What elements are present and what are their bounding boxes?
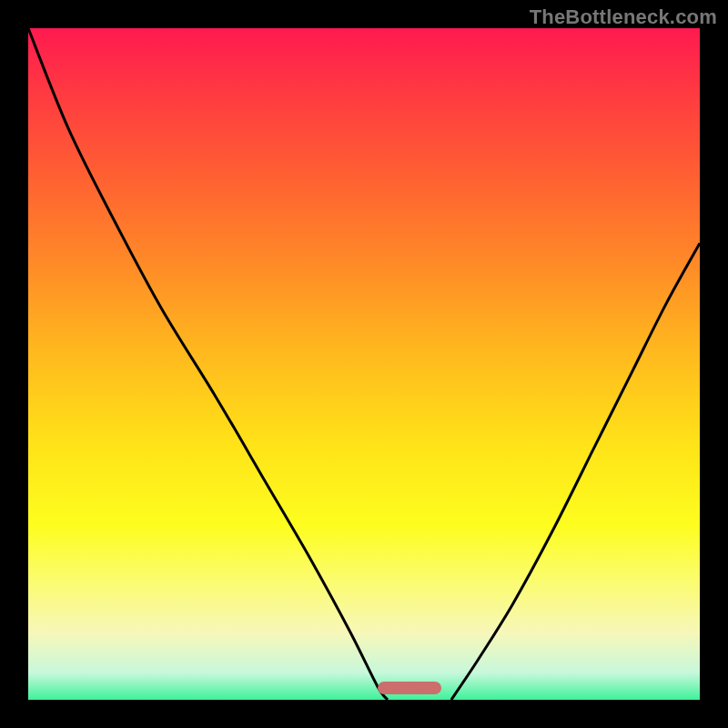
gradient-plot-area [28,28,700,700]
optimal-range-bar [378,682,441,694]
watermark: TheBottleneck.com [530,5,717,29]
chart-frame: TheBottleneck.com [0,0,728,728]
